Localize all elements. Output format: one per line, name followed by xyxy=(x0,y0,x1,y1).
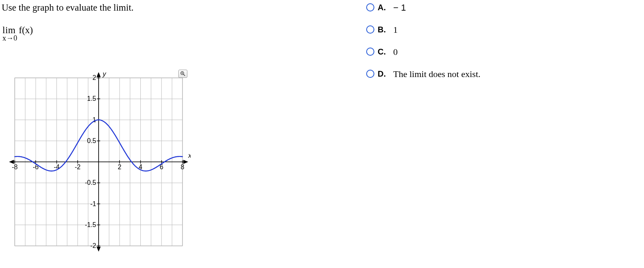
graph-plot: -8-6-4-22468-2-1.5-1-0.50.511.52xy xyxy=(7,70,191,254)
svg-text:x: x xyxy=(188,152,191,159)
svg-text:-0.5: -0.5 xyxy=(85,179,96,186)
radio-icon xyxy=(366,25,374,34)
limit-expression: lim x→0 f(x) xyxy=(2,25,360,46)
svg-text:2: 2 xyxy=(118,164,122,170)
option-a[interactable]: A. − 1 xyxy=(366,2,636,13)
option-letter: C. xyxy=(378,47,390,57)
option-text: 0 xyxy=(393,47,398,57)
svg-text:8: 8 xyxy=(181,164,185,170)
zoom-button[interactable] xyxy=(178,70,187,78)
svg-text:0.5: 0.5 xyxy=(87,137,96,144)
magnifier-icon xyxy=(180,68,186,79)
option-letter: A. xyxy=(378,3,390,12)
option-text: − 1 xyxy=(393,2,406,13)
svg-text:-6: -6 xyxy=(33,164,38,170)
svg-text:1.5: 1.5 xyxy=(87,95,96,102)
option-d[interactable]: D. The limit does not exist. xyxy=(366,69,636,79)
option-text: 1 xyxy=(393,25,398,35)
option-letter: D. xyxy=(378,69,390,79)
svg-text:-8: -8 xyxy=(12,164,18,170)
radio-icon xyxy=(366,70,374,78)
radio-icon xyxy=(366,3,374,11)
svg-text:-1: -1 xyxy=(90,200,96,207)
question-prompt: Use the graph to evaluate the limit. xyxy=(2,2,360,13)
graph-container: -8-6-4-22468-2-1.5-1-0.50.511.52xy xyxy=(7,70,191,254)
svg-marker-35 xyxy=(97,72,101,77)
svg-text:2: 2 xyxy=(92,74,96,81)
svg-text:-2: -2 xyxy=(75,164,81,170)
svg-marker-36 xyxy=(97,247,101,252)
svg-text:y: y xyxy=(102,70,106,77)
svg-text:-2: -2 xyxy=(90,242,96,249)
limit-fx: f(x) xyxy=(19,25,33,35)
answer-options: A. − 1 B. 1 C. 0 D. The limit does not e… xyxy=(366,2,636,91)
option-letter: B. xyxy=(378,25,390,34)
option-b[interactable]: B. 1 xyxy=(366,25,636,35)
option-c[interactable]: C. 0 xyxy=(366,47,636,57)
option-text: The limit does not exist. xyxy=(393,69,480,79)
svg-text:-1.5: -1.5 xyxy=(85,221,96,228)
limit-sub: x→0 xyxy=(2,34,17,42)
svg-line-1 xyxy=(183,74,185,76)
radio-icon xyxy=(366,48,374,56)
